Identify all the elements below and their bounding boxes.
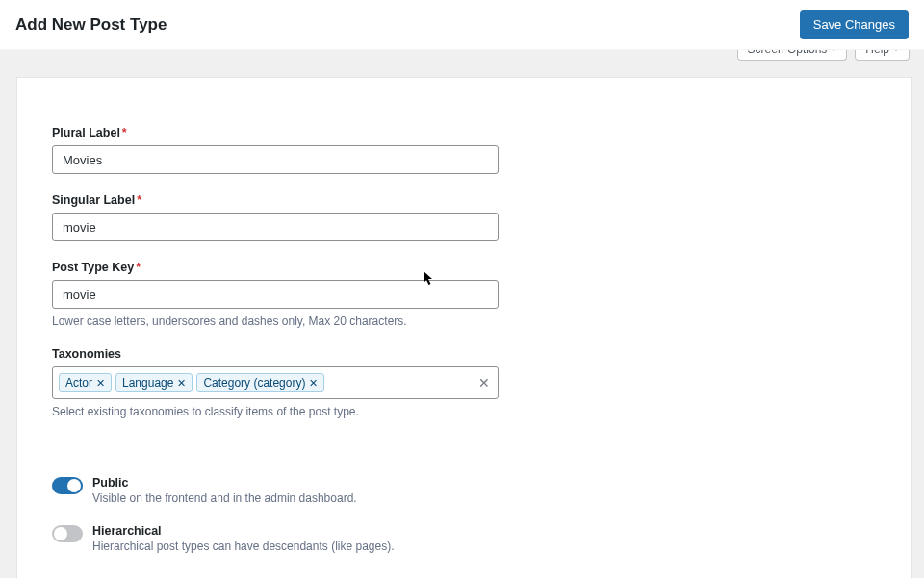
taxonomies-input[interactable]: Actor ✕ Language ✕ Category (category) ✕… <box>52 366 499 399</box>
toggle-public-row: Public Visible on the frontend and in th… <box>52 476 877 505</box>
toggle-hierarchical-row: Hierarchical Hierarchical post types can… <box>52 524 877 553</box>
remove-tag-icon[interactable]: ✕ <box>177 378 186 389</box>
required-mark: * <box>137 193 141 207</box>
tag-category: Category (category) ✕ <box>196 373 324 392</box>
form-panel: Plural Label* Singular Label* Post Type … <box>16 77 912 578</box>
hierarchical-toggle[interactable] <box>52 525 83 542</box>
singular-label: Singular Label* <box>52 193 877 207</box>
clear-all-icon[interactable]: ✕ <box>478 376 490 390</box>
hierarchical-desc: Hierarchical post types can have descend… <box>92 540 395 553</box>
field-plural-label: Plural Label* <box>52 126 877 174</box>
hierarchical-title: Hierarchical <box>92 524 395 538</box>
public-desc: Visible on the frontend and in the admin… <box>92 491 357 505</box>
page-title: Add New Post Type <box>15 15 167 35</box>
plural-input[interactable] <box>52 145 499 174</box>
public-toggle[interactable] <box>52 477 83 494</box>
save-button[interactable]: Save Changes <box>800 10 909 39</box>
taxonomies-label: Taxonomies <box>52 347 877 361</box>
public-title: Public <box>92 476 357 490</box>
key-input[interactable] <box>52 280 499 309</box>
header-bar: Add New Post Type Save Changes <box>0 0 924 50</box>
singular-input[interactable] <box>52 213 499 241</box>
field-taxonomies: Taxonomies Actor ✕ Language ✕ Category (… <box>52 347 877 418</box>
required-mark: * <box>122 126 127 139</box>
required-mark: * <box>136 261 141 274</box>
remove-tag-icon[interactable]: ✕ <box>309 378 318 389</box>
key-help: Lower case letters, underscores and dash… <box>52 314 877 328</box>
taxonomies-help: Select existing taxonomies to classify i… <box>52 405 877 418</box>
remove-tag-icon[interactable]: ✕ <box>96 378 105 389</box>
field-post-type-key: Post Type Key* Lower case letters, under… <box>52 261 877 328</box>
tag-actor: Actor ✕ <box>59 373 112 392</box>
field-singular-label: Singular Label* <box>52 193 877 241</box>
plural-label: Plural Label* <box>52 126 877 139</box>
tag-language: Language ✕ <box>116 373 192 392</box>
key-label: Post Type Key* <box>52 261 877 274</box>
